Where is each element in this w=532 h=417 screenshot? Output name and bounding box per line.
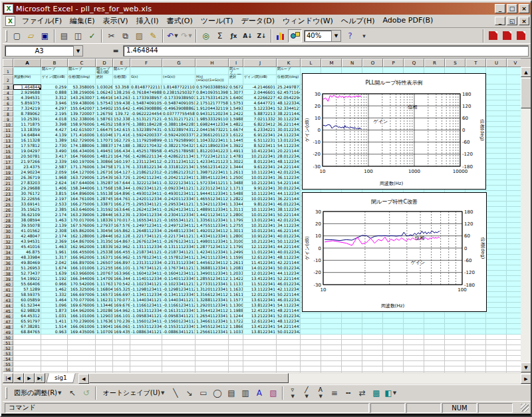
cell-H41[interactable]: 1.3120112334112 (196, 287, 229, 292)
cell-H30[interactable]: 1.4920123411223 (196, 228, 229, 233)
scroll-right-icon[interactable]: ▶ (521, 374, 531, 384)
cell-U47[interactable] (486, 319, 507, 324)
cell-J27[interactable]: 10.0122341 (243, 212, 277, 217)
column-header-K[interactable]: K (277, 59, 301, 67)
drawing-button[interactable] (288, 29, 302, 43)
cell-J49[interactable]: 13.8122341 (243, 329, 277, 335)
cell-G53[interactable] (162, 350, 196, 356)
cell-H52[interactable] (196, 345, 229, 350)
cell-I13[interactable]: 1.144566 (229, 138, 243, 143)
cell-K1[interactable]: 閉ループ (277, 67, 301, 75)
cell-K15[interactable]: 20.2211441 (277, 148, 301, 154)
cell-A23[interactable]: 30.76172 (13, 191, 41, 196)
cell-D38[interactable]: 1.207673 (96, 271, 113, 276)
cell-C27[interactable]: 163.239006 (68, 212, 96, 217)
cell-C46[interactable]: 166.101006 (68, 313, 96, 319)
cell-F46[interactable]: -1.0958341121 (130, 313, 162, 319)
cell-R49[interactable] (424, 329, 445, 335)
dropdown-caret-icon[interactable]: ▼ (305, 394, 309, 399)
cell-B53[interactable] (41, 350, 68, 356)
cell-B10[interactable]: 3.398 (41, 122, 68, 127)
close-icon[interactable]: × (519, 4, 529, 13)
cell-F49[interactable]: -1.0886341121 (130, 329, 162, 335)
cell-D23[interactable]: 1.551386 (96, 191, 113, 196)
cell-A8[interactable]: 8.789062 (13, 111, 41, 116)
cell-I2[interactable]: 絶対 (229, 75, 243, 84)
cell-E32[interactable]: 164.867 (113, 239, 130, 244)
paste-button[interactable]: ▨ (132, 29, 146, 43)
cell-C26[interactable]: 163.646006 (68, 207, 96, 212)
cell-H45[interactable]: 1.3544123411223 (196, 308, 229, 313)
row-header-8[interactable]: 8 (3, 111, 13, 116)
cell-F52[interactable] (130, 345, 162, 350)
cell-C53[interactable] (68, 350, 96, 356)
cell-C25[interactable]: 166.275006 (68, 202, 96, 207)
cell-G55[interactable] (162, 361, 196, 366)
more-buttons-chevron[interactable]: ▾ (357, 29, 371, 43)
cell-H4[interactable]: 0.8410935139811721 (196, 90, 229, 95)
cell-J53[interactable] (243, 350, 277, 356)
cell-C12[interactable]: 171.416006 (68, 132, 96, 138)
new-button[interactable]: ▢ (10, 29, 24, 43)
cell-J13[interactable]: 6.5112231 (243, 138, 277, 143)
cell-U46[interactable] (486, 313, 507, 319)
cell-H46[interactable]: 1.2654112334112 (196, 313, 229, 319)
cell-V33[interactable] (507, 244, 521, 249)
cell-D47[interactable]: 1.176368 (96, 319, 113, 324)
cell-S52[interactable] (445, 345, 466, 350)
cell-L51[interactable] (301, 340, 321, 345)
cell-T48[interactable] (466, 324, 486, 329)
cell-K3[interactable]: 25.2497873 (277, 84, 301, 90)
cell-J35[interactable]: 12.6122341 (243, 255, 277, 260)
cell-J10[interactable]: 6.8223412 (243, 122, 277, 127)
cell-F18[interactable]: -1.3318122134 (130, 164, 162, 170)
cell-N56[interactable] (342, 366, 362, 372)
cell-E29[interactable]: 167.576 (113, 223, 130, 228)
row-header-18[interactable]: 18 (3, 164, 13, 170)
cell-V30[interactable] (507, 228, 521, 233)
cell-I51[interactable] (229, 340, 243, 345)
cell-H13[interactable]: 1.1043322341121 (196, 138, 229, 143)
cell-U11[interactable] (486, 127, 507, 132)
cell-I30[interactable]: 1.301124 (229, 228, 243, 233)
cell-V4[interactable] (507, 90, 521, 95)
cell-J18[interactable]: 9.6122341 (243, 164, 277, 170)
column-header-I[interactable]: I (229, 59, 243, 67)
cell-N47[interactable] (342, 319, 362, 324)
cell-U43[interactable] (486, 297, 507, 303)
row-header-37[interactable]: 37 (3, 265, 13, 271)
cell-F47[interactable]: -1.1560123411 (130, 319, 162, 324)
cell-B39[interactable]: 1.192 (41, 276, 68, 281)
cell-V7[interactable] (507, 106, 521, 111)
name-box-dropdown-icon[interactable]: ▼ (73, 46, 82, 56)
cell-I52[interactable] (229, 345, 243, 350)
cell-K34[interactable]: 40.0122342 (277, 249, 301, 255)
cell-O48[interactable] (362, 324, 383, 329)
cell-G41[interactable]: -0.1298123411234 (162, 287, 196, 292)
cell-C18[interactable]: 171.176006 (68, 164, 96, 170)
cell-C52[interactable] (68, 345, 96, 350)
cell-H5[interactable]: 1.2175331412584 (196, 95, 229, 100)
cell-C1[interactable]: 開ループ (68, 67, 96, 75)
cell-U53[interactable] (486, 350, 507, 356)
threed-button[interactable]: ◧▼ (383, 386, 398, 400)
cell-V5[interactable] (507, 95, 521, 100)
row-header-11[interactable]: 11 (3, 127, 13, 132)
cell-B19[interactable]: 2.059 (41, 170, 68, 175)
cell-V49[interactable] (507, 329, 521, 335)
row-header-53[interactable]: 53 (3, 350, 13, 356)
cell-L47[interactable] (301, 319, 321, 324)
cell-J11[interactable]: 6.2334221 (243, 127, 277, 132)
autosum-button[interactable]: Σ (213, 29, 227, 43)
cell-A44[interactable]: 61.52344 (13, 303, 41, 308)
cell-B24[interactable]: 2.197 (41, 196, 68, 202)
cell-B29[interactable]: 2.139 (41, 223, 68, 228)
cell-D56[interactable] (96, 366, 113, 372)
cell-A40[interactable]: 55.66406 (13, 281, 41, 287)
cell-U25[interactable] (486, 202, 507, 207)
cell-L56[interactable] (301, 366, 321, 372)
cell-U5[interactable] (486, 95, 507, 100)
cell-B44[interactable]: 1.096 (41, 303, 68, 308)
cell-U9[interactable] (486, 116, 507, 122)
cell-F32[interactable]: -1.2676123411 (130, 239, 162, 244)
